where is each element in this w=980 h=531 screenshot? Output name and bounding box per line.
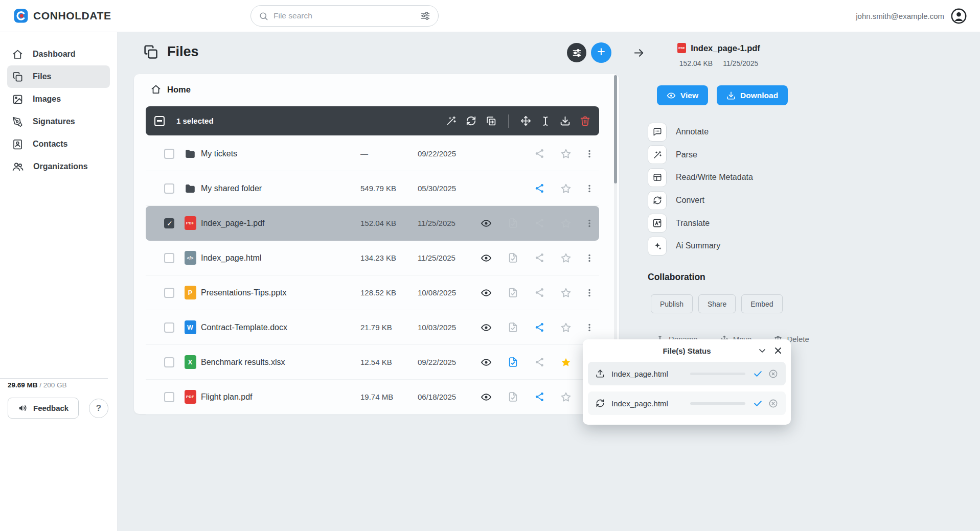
row-checkbox[interactable] bbox=[164, 183, 174, 194]
star-icon[interactable] bbox=[560, 183, 572, 194]
preview-eye-icon[interactable] bbox=[481, 391, 492, 403]
selection-count: 1 selected bbox=[176, 117, 214, 125]
rename-button[interactable] bbox=[540, 116, 551, 126]
file-row[interactable]: X Benchmark results.xlsx 12.54 KB 09/22/… bbox=[146, 345, 599, 380]
file-row[interactable]: PDF Flight plan.pdf 19.74 MB 06/18/2025 bbox=[146, 380, 599, 414]
copy-status-icon[interactable] bbox=[508, 357, 518, 367]
copy-status-icon[interactable] bbox=[508, 322, 518, 333]
conholdate-logo-icon bbox=[13, 8, 29, 24]
sidebar-item-label: Dashboard bbox=[33, 50, 76, 59]
share-icon[interactable] bbox=[534, 148, 545, 159]
star-icon[interactable] bbox=[560, 218, 572, 229]
share-icon[interactable] bbox=[534, 183, 545, 194]
action-parse[interactable]: Parse bbox=[648, 144, 753, 167]
move-button[interactable] bbox=[520, 116, 531, 126]
kebab-menu-icon[interactable] bbox=[584, 218, 595, 228]
file-search-bar[interactable] bbox=[250, 5, 439, 27]
search-input[interactable] bbox=[274, 11, 415, 20]
kebab-menu-icon[interactable] bbox=[584, 183, 595, 194]
kebab-menu-icon[interactable] bbox=[584, 322, 595, 333]
share-icon[interactable] bbox=[534, 252, 545, 263]
brand-logo[interactable]: CONHOLDATE bbox=[13, 8, 111, 24]
move-arrows-icon bbox=[520, 116, 531, 126]
convert-button[interactable] bbox=[466, 116, 476, 126]
preview-eye-icon[interactable] bbox=[481, 357, 492, 368]
delete-button[interactable] bbox=[580, 116, 590, 126]
file-size: 21.79 KB bbox=[360, 323, 418, 332]
files-page-icon bbox=[143, 44, 158, 60]
sidebar-item-signatures[interactable]: Signatures bbox=[7, 110, 110, 133]
add-file-button[interactable]: + bbox=[591, 42, 611, 63]
kebab-menu-icon[interactable] bbox=[584, 149, 595, 159]
file-date: 09/22/2025 bbox=[418, 358, 473, 366]
sparkle-icon bbox=[648, 237, 667, 256]
help-button[interactable]: ? bbox=[89, 399, 108, 418]
row-checkbox[interactable] bbox=[164, 357, 174, 367]
file-row[interactable]: </> Index_page.html 134.23 KB 11/25/2025 bbox=[146, 241, 599, 275]
star-icon[interactable] bbox=[560, 322, 572, 333]
file-name: Flight plan.pdf bbox=[201, 393, 360, 402]
feedback-button[interactable]: Feedback bbox=[8, 398, 79, 419]
copy-status-icon[interactable] bbox=[508, 252, 518, 263]
row-checkbox-checked[interactable] bbox=[164, 218, 174, 228]
chevron-down-icon[interactable] bbox=[757, 345, 767, 356]
copy-status-icon[interactable] bbox=[508, 218, 518, 228]
action-translate[interactable]: Translate bbox=[648, 212, 753, 235]
action-ai-summary[interactable]: Ai Summary bbox=[648, 235, 753, 258]
search-filter-icon[interactable] bbox=[420, 11, 430, 21]
row-checkbox[interactable] bbox=[164, 288, 174, 298]
file-row[interactable]: My shared folder 549.79 KB 05/30/2025 bbox=[146, 171, 599, 206]
preview-eye-icon[interactable] bbox=[481, 252, 492, 264]
avatar[interactable] bbox=[951, 8, 967, 24]
file-row[interactable]: My tickets — 09/22/2025 bbox=[146, 136, 599, 171]
sidebar-item-images[interactable]: Images bbox=[7, 88, 110, 110]
row-checkbox[interactable] bbox=[164, 322, 174, 333]
download-button[interactable] bbox=[560, 116, 571, 126]
action-convert[interactable]: Convert bbox=[648, 189, 753, 212]
preview-eye-icon[interactable] bbox=[481, 218, 492, 229]
publish-button[interactable]: Publish bbox=[651, 294, 693, 313]
row-checkbox[interactable] bbox=[164, 149, 174, 159]
sidebar-item-dashboard[interactable]: Dashboard bbox=[7, 43, 110, 65]
cancel-circle-icon[interactable] bbox=[768, 369, 778, 379]
action-annotate[interactable]: Annotate bbox=[648, 121, 753, 144]
sidebar-item-files[interactable]: Files bbox=[7, 65, 110, 88]
preview-eye-icon[interactable] bbox=[481, 322, 492, 333]
star-icon[interactable] bbox=[560, 287, 572, 298]
share-icon[interactable] bbox=[534, 357, 545, 367]
sidebar-item-contacts[interactable]: Contacts bbox=[7, 133, 110, 155]
view-button[interactable]: View bbox=[657, 85, 708, 105]
star-icon-active[interactable] bbox=[560, 357, 572, 368]
sidebar-item-organizations[interactable]: Organizations bbox=[7, 155, 110, 178]
file-row-selected[interactable]: PDF Index_page-1.pdf 152.04 KB 11/25/202… bbox=[146, 206, 599, 241]
share-button[interactable]: Share bbox=[698, 294, 736, 313]
star-icon[interactable] bbox=[560, 148, 572, 159]
embed-button[interactable]: Embed bbox=[741, 294, 782, 313]
copy-status-icon[interactable] bbox=[508, 287, 518, 298]
share-icon[interactable] bbox=[534, 218, 545, 228]
kebab-menu-icon[interactable] bbox=[584, 288, 595, 298]
share-icon[interactable] bbox=[534, 391, 545, 402]
cancel-circle-icon[interactable] bbox=[768, 399, 778, 408]
ai-actions-button[interactable] bbox=[446, 116, 457, 126]
scrollbar-thumb[interactable] bbox=[614, 75, 617, 183]
download-button[interactable]: Download bbox=[717, 85, 788, 105]
action-metadata[interactable]: Read/Write Metadata bbox=[648, 166, 753, 189]
star-icon[interactable] bbox=[560, 391, 572, 403]
breadcrumb[interactable]: Home bbox=[151, 84, 191, 95]
row-checkbox[interactable] bbox=[164, 392, 174, 402]
row-checkbox[interactable] bbox=[164, 253, 174, 263]
copy-to-button[interactable] bbox=[486, 116, 496, 126]
close-icon[interactable] bbox=[773, 345, 783, 356]
file-row[interactable]: W Contract-Template.docx 21.79 KB 10/03/… bbox=[146, 310, 599, 345]
kebab-menu-icon[interactable] bbox=[584, 253, 595, 263]
pdf-file-icon: PDF bbox=[185, 390, 196, 404]
file-row[interactable]: P Presentations-Tips.pptx 128.52 KB 10/0… bbox=[146, 275, 599, 310]
list-settings-button[interactable] bbox=[567, 43, 586, 62]
select-all-checkbox[interactable] bbox=[154, 116, 165, 126]
share-icon[interactable] bbox=[534, 287, 545, 298]
star-icon[interactable] bbox=[560, 252, 572, 264]
share-icon[interactable] bbox=[534, 322, 545, 333]
preview-eye-icon[interactable] bbox=[481, 287, 492, 298]
copy-status-icon[interactable] bbox=[508, 391, 518, 402]
